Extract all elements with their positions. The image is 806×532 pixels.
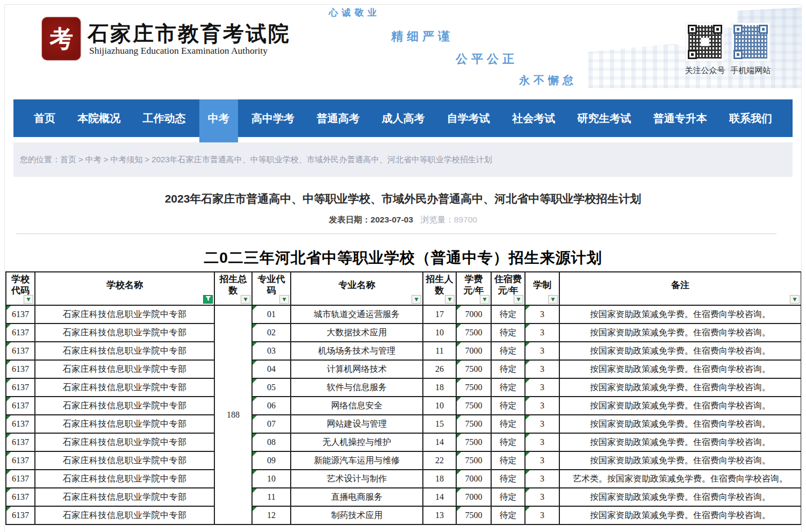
cell-school_name: 石家庄科技信息职业学院中专部	[35, 305, 214, 323]
qr-finder-pattern	[688, 25, 697, 34]
nav-item-10[interactable]: 普通专升本	[645, 99, 716, 137]
cell-major_code: 04	[252, 360, 291, 378]
cell-duration: 3	[525, 323, 559, 342]
cell-major_name: 机场场务技术与管理	[291, 342, 423, 360]
breadcrumb-separator: >	[143, 155, 152, 164]
nav-item-0[interactable]: 首页	[25, 99, 64, 137]
table-row: 6137石家庄科技信息职业学院中专部12制药技术应用137500待定3按国家资助…	[6, 506, 801, 524]
cell-enroll_count: 11	[423, 342, 456, 360]
col-header-label: 招生总 数	[220, 274, 247, 296]
cell-accommodation: 待定	[491, 323, 525, 342]
nav-item-2[interactable]: 工作动态	[134, 99, 195, 137]
col-header-school_code: 学校 代码▼	[6, 272, 35, 305]
page: 考 石家庄市教育考试院 Shijiazhuang Education Exami…	[0, 0, 806, 532]
cell-tuition: 7500	[456, 451, 491, 470]
col-header-major_name: 专业名称▼	[291, 272, 423, 305]
slogan-text: 永不懈怠	[519, 73, 577, 88]
col-header-label: 学制	[533, 280, 551, 290]
breadcrumb-link-2[interactable]: 中考须知	[111, 155, 143, 164]
filter-dropdown-icon[interactable]: ▼	[445, 295, 455, 304]
nav-item-7[interactable]: 自学考试	[438, 99, 499, 137]
breadcrumb-separator: >	[102, 155, 111, 164]
slogan-text: 心诚敬业	[329, 6, 380, 19]
filter-active-funnel-icon[interactable]	[203, 295, 213, 304]
col-header-duration: 学制▼	[525, 272, 559, 305]
publish-date-label: 发表日期：	[329, 215, 371, 224]
col-header-label: 专业代 码	[258, 274, 285, 296]
cell-major_code: 01	[252, 305, 291, 323]
table-row: 6137石家庄科技信息职业学院中专部11直播电商服务147000待定3按国家资助…	[6, 488, 801, 506]
table-row: 6137石家庄科技信息职业学院中专部04计算机网络技术267500待定3按国家资…	[6, 360, 801, 378]
cell-major_name: 大数据技术应用	[291, 323, 423, 342]
col-header-school_name: 学校名称	[35, 272, 214, 305]
cell-tuition: 7000	[456, 488, 491, 506]
cell-tuition: 7500	[456, 506, 491, 524]
nav-item-4[interactable]: 高中学考	[243, 99, 303, 137]
cell-tuition: 7000	[456, 342, 491, 360]
cell-remark: 按国家资助政策减免学费。住宿费向学校咨询。	[559, 305, 801, 323]
nav-item-11[interactable]: 联系我们	[721, 99, 781, 137]
cell-major_code: 05	[252, 378, 291, 397]
qr-label-mobile: 手机端网站	[728, 66, 774, 76]
filter-dropdown-icon[interactable]: ▼	[790, 295, 800, 304]
cell-duration: 3	[525, 470, 559, 488]
col-header-total: 招生总 数▼	[214, 272, 252, 305]
cell-enroll_count: 10	[423, 323, 456, 342]
nav-item-9[interactable]: 研究生考试	[568, 99, 639, 137]
cell-accommodation: 待定	[491, 378, 525, 397]
filter-dropdown-icon[interactable]: ▼	[279, 295, 289, 304]
cell-major_name: 软件与信息服务	[291, 378, 423, 397]
cell-school_code: 6137	[6, 342, 35, 360]
cell-accommodation: 待定	[491, 342, 525, 360]
breadcrumb-link-0[interactable]: 首页	[60, 155, 76, 164]
table-row: 6137石家庄科技信息职业学院中专部18801城市轨道交通运营服务177000待…	[6, 305, 801, 323]
nav-item-1[interactable]: 本院概况	[69, 99, 129, 137]
col-header-label: 学校名称	[106, 280, 143, 290]
filter-dropdown-icon[interactable]: ▼	[514, 295, 523, 304]
main-nav: 首页本院概况工作动态中考高中学考普通高考成人高考自学考试社会考试研究生考试普通专…	[13, 99, 793, 137]
cell-school_code: 6137	[6, 488, 35, 506]
cell-major_name: 网站建设与管理	[291, 415, 423, 433]
site-title[interactable]: 石家庄市教育考试院	[88, 19, 291, 48]
cell-major_name: 城市轨道交通运营服务	[291, 305, 423, 323]
breadcrumb-prefix: 您的位置：	[20, 155, 60, 164]
plan-table-wrap: 学校 代码▼学校名称招生总 数▼专业代 码▼专业名称▼招生人 数▼学费 元/年▼…	[5, 271, 802, 525]
plan-table-head: 学校 代码▼学校名称招生总 数▼专业代 码▼专业名称▼招生人 数▼学费 元/年▼…	[6, 272, 801, 305]
cell-remark: 按国家资助政策减免学费。住宿费向学校咨询。	[559, 342, 801, 360]
article-title: 2023年石家庄市普通高中、中等职业学校、市域外民办普通高中、河北省中等职业学校…	[0, 191, 806, 206]
nav-item-8[interactable]: 社会考试	[503, 99, 564, 137]
filter-dropdown-icon[interactable]: ▼	[241, 295, 250, 304]
cell-school_code: 6137	[6, 397, 35, 415]
cell-school_code: 6137	[6, 451, 35, 470]
nav-item-6[interactable]: 成人高考	[373, 99, 434, 137]
cell-accommodation: 待定	[491, 397, 525, 415]
cell-tuition: 7500	[456, 360, 491, 378]
filter-dropdown-icon[interactable]: ▼	[412, 295, 421, 304]
cell-school_name: 石家庄科技信息职业学院中专部	[35, 342, 214, 360]
breadcrumb-link-1[interactable]: 中考	[85, 155, 102, 164]
cell-tuition: 7000	[456, 305, 491, 323]
seal-character: 考	[49, 23, 73, 55]
filter-dropdown-icon[interactable]: ▼	[548, 295, 558, 304]
cell-school_code: 6137	[6, 506, 35, 524]
cell-major_name: 新能源汽车运用与维修	[291, 451, 423, 470]
cell-tuition: 7500	[456, 433, 491, 451]
plan-table-body: 6137石家庄科技信息职业学院中专部18801城市轨道交通运营服务177000待…	[6, 305, 801, 524]
filter-dropdown-icon[interactable]: ▼	[24, 295, 33, 304]
table-row: 6137石家庄科技信息职业学院中专部03机场场务技术与管理117000待定3按国…	[6, 342, 801, 360]
cell-remark: 按国家资助政策减免学费。住宿费向学校咨询。	[559, 415, 801, 433]
filter-dropdown-icon[interactable]: ▼	[480, 295, 490, 304]
cell-duration: 3	[525, 378, 559, 397]
cell-tuition: 7500	[456, 397, 491, 415]
nav-item-5[interactable]: 普通高考	[308, 99, 368, 137]
cell-school_name: 石家庄科技信息职业学院中专部	[35, 323, 214, 342]
cell-duration: 3	[525, 360, 559, 378]
slogan-text: 公平公正	[456, 51, 518, 67]
cell-accommodation: 待定	[491, 506, 525, 524]
cell-enroll_count: 18	[423, 470, 456, 488]
cell-total-enrollment: 188	[214, 305, 252, 524]
cell-school_name: 石家庄科技信息职业学院中专部	[35, 378, 214, 397]
cell-duration: 3	[525, 451, 559, 470]
site-logo-seal[interactable]: 考	[42, 17, 81, 60]
nav-item-3[interactable]: 中考	[199, 99, 238, 142]
